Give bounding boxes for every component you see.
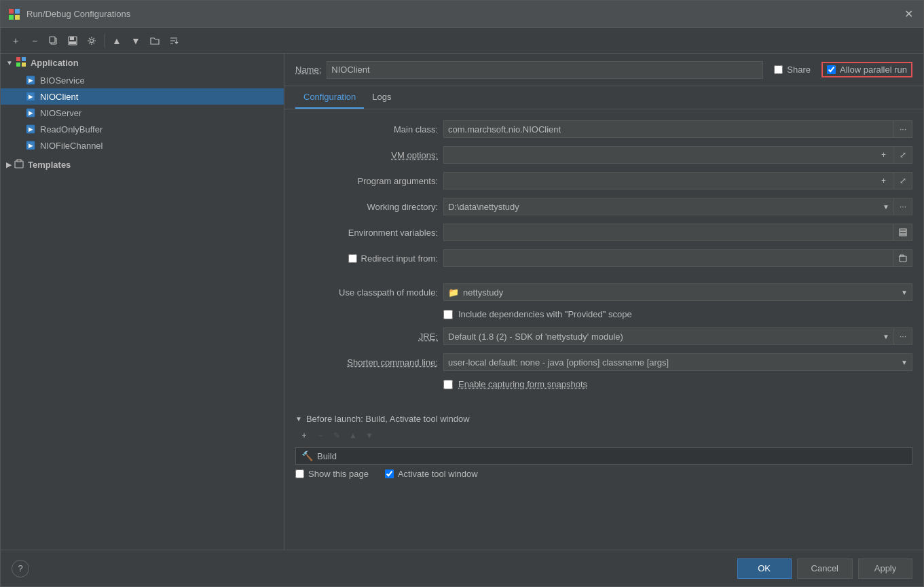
parallel-run-checkbox[interactable] [827, 65, 836, 74]
close-button[interactable]: ✕ [900, 6, 917, 22]
svg-rect-13 [22, 63, 26, 67]
program-args-label: Program arguments: [295, 176, 438, 186]
classpath-select[interactable]: 📁 nettystudy ▼ [443, 283, 912, 301]
svg-rect-1 [15, 9, 20, 14]
svg-rect-27 [900, 234, 906, 236]
jre-value: Default (1.8 (2) - SDK of 'nettystudy' m… [448, 332, 623, 342]
niofilechannel-label: NIOFileChannel [40, 141, 103, 151]
config-icon-4: ▶ [25, 140, 36, 151]
program-args-input[interactable] [443, 172, 874, 190]
sidebar-item-bioservice[interactable]: ▶ BIOService [1, 72, 284, 88]
apply-button[interactable]: Apply [858, 558, 912, 579]
program-args-row: Program arguments: + ⤢ [295, 172, 912, 190]
sidebar-item-nioserver[interactable]: ▶ NIOServer [1, 105, 284, 121]
redirect-input-checkbox[interactable] [348, 254, 357, 263]
main-class-browse-button[interactable]: ··· [893, 120, 912, 138]
build-item[interactable]: 🔨 Build [295, 447, 912, 465]
enable-snapshots-checkbox[interactable] [443, 380, 453, 389]
jre-input-group: Default (1.8 (2) - SDK of 'nettystudy' m… [443, 327, 912, 345]
help-button[interactable]: ? [12, 560, 29, 577]
svg-rect-3 [15, 15, 20, 20]
main-class-label: Main class: [295, 124, 438, 135]
sidebar-group-application[interactable]: ▼ Application [1, 54, 284, 72]
sidebar-group-templates[interactable]: ▶ Templates [1, 156, 284, 173]
working-dir-browse-button[interactable]: ··· [893, 198, 912, 215]
cancel-button[interactable]: Cancel [797, 558, 853, 579]
folder-button[interactable] [146, 32, 164, 50]
launch-up-button[interactable]: ▲ [346, 428, 361, 443]
svg-rect-7 [70, 37, 74, 40]
settings-button[interactable] [83, 32, 100, 50]
vm-options-input[interactable] [443, 146, 874, 164]
redirect-input-field[interactable] [443, 249, 893, 267]
svg-rect-10 [16, 57, 20, 61]
jre-select[interactable]: Default (1.8 (2) - SDK of 'nettystudy' m… [443, 327, 893, 345]
name-input[interactable] [327, 61, 763, 79]
svg-text:▶: ▶ [29, 126, 33, 132]
sidebar-item-nioclient[interactable]: ▶ NIOClient [1, 88, 284, 105]
classpath-dropdown-arrow: ▼ [901, 289, 908, 296]
sidebar-item-readonlybuffer[interactable]: ▶ ReadOnlyBuffer [1, 121, 284, 137]
share-checkbox[interactable] [774, 65, 783, 74]
spacer-1 [295, 275, 912, 283]
ok-button[interactable]: OK [737, 558, 792, 579]
sort-button[interactable] [165, 32, 183, 50]
move-up-button[interactable]: ▲ [108, 32, 126, 50]
footer: ? OK Cancel Apply [1, 550, 923, 586]
working-dir-value: D:\data\nettystudy [448, 202, 519, 212]
toolbar-separator-1 [104, 34, 105, 48]
vm-options-row: VM options: + ⤢ [295, 146, 912, 164]
svg-rect-8 [69, 41, 76, 44]
launch-add-button[interactable]: + [297, 428, 312, 443]
footer-left: ? [12, 560, 29, 577]
before-launch-header[interactable]: ▼ Before launch: Build, Activate tool wi… [295, 414, 912, 424]
sidebar-item-niofilechannel[interactable]: ▶ NIOFileChannel [1, 137, 284, 154]
vm-fullscreen-button[interactable]: ⤢ [893, 146, 912, 164]
readonlybuffer-label: ReadOnlyBuffer [40, 124, 103, 135]
copy-config-button[interactable] [45, 32, 62, 50]
include-deps-checkbox[interactable] [443, 310, 453, 319]
config-icon-selected: ▶ [25, 91, 36, 102]
svg-text:▶: ▶ [29, 110, 33, 116]
remove-config-button[interactable]: − [26, 32, 43, 50]
before-launch-collapse-icon: ▼ [295, 415, 302, 423]
main-class-input[interactable] [443, 120, 893, 138]
tab-configuration[interactable]: Configuration [295, 86, 364, 109]
jre-row: JRE: Default (1.8 (2) - SDK of 'nettystu… [295, 327, 912, 345]
application-group-label: Application [31, 58, 79, 68]
jre-browse-button[interactable]: ··· [893, 327, 912, 345]
config-icon-3: ▶ [25, 124, 36, 135]
env-vars-input[interactable] [443, 224, 893, 241]
vm-expand-button[interactable]: + [874, 146, 893, 164]
activate-window-option: Activate tool window [385, 469, 478, 479]
env-vars-edit-button[interactable] [893, 224, 912, 241]
move-down-button[interactable]: ▼ [127, 32, 145, 50]
bioservice-label: BIOService [40, 75, 85, 86]
svg-rect-26 [900, 232, 906, 234]
redirect-browse-button[interactable] [893, 249, 912, 267]
nioserver-label: NIOServer [40, 108, 81, 118]
working-dir-input[interactable]: D:\data\nettystudy ▼ [443, 198, 893, 215]
show-page-checkbox[interactable] [295, 469, 304, 478]
args-expand-button[interactable]: + [874, 172, 893, 190]
config-header: Name: Share Allow parallel run [284, 54, 923, 86]
shorten-cmd-select[interactable]: user-local default: none - java [options… [443, 353, 912, 371]
tab-logs[interactable]: Logs [364, 86, 399, 109]
bottom-options: Show this page Activate tool window [295, 469, 912, 479]
config-body: Main class: ··· VM options: + ⤢ [284, 109, 923, 550]
args-fullscreen-button[interactable]: ⤢ [893, 172, 912, 190]
main-class-row: Main class: ··· [295, 120, 912, 138]
activate-window-checkbox[interactable] [385, 469, 394, 478]
jre-dropdown-arrow: ▼ [883, 333, 889, 340]
save-config-button[interactable] [64, 32, 81, 50]
app-icon [7, 7, 21, 21]
config-icon: ▶ [25, 75, 36, 86]
launch-down-button[interactable]: ▼ [362, 428, 377, 443]
show-page-label: Show this page [308, 469, 369, 479]
add-config-button[interactable]: + [7, 32, 24, 50]
classpath-icon: 📁 [448, 287, 459, 298]
launch-remove-button[interactable]: − [313, 428, 328, 443]
svg-rect-12 [16, 63, 20, 67]
show-page-option: Show this page [295, 469, 369, 479]
launch-edit-button[interactable]: ✎ [329, 428, 344, 443]
